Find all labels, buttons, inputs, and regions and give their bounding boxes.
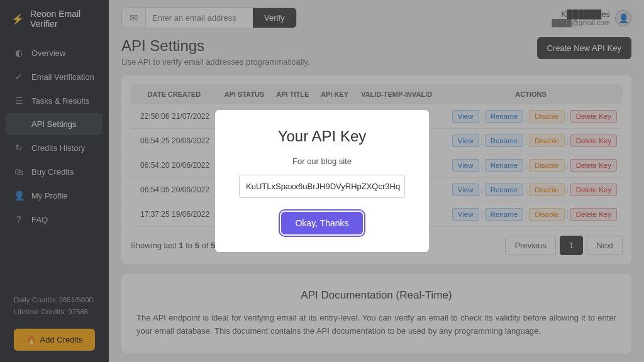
modal-subtitle: For our blog site xyxy=(239,156,405,166)
modal-title: Your API Key xyxy=(239,128,405,145)
modal-overlay[interactable]: Your API Key For our blog site KuUTLxSpa… xyxy=(0,0,644,362)
api-key-value[interactable]: KuUTLxSpaxx6uBrJH9DVyRHpZXQcr3Hq xyxy=(239,175,405,198)
api-key-modal: Your API Key For our blog site KuUTLxSpa… xyxy=(215,110,429,252)
okay-thanks-button[interactable]: Okay, Thanks xyxy=(281,212,362,234)
